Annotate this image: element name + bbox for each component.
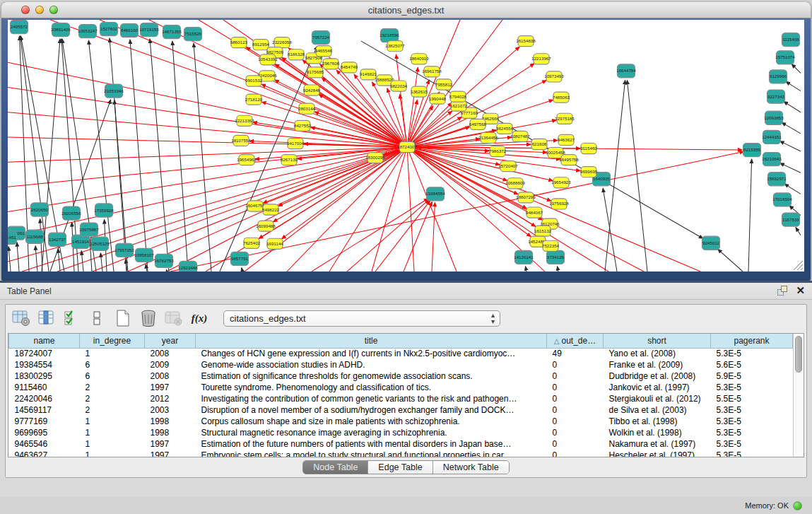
new-column-button[interactable]: [113, 308, 133, 328]
cited-node[interactable]: 12213363: [235, 115, 254, 126]
network-node[interactable]: 1342737: [49, 233, 66, 246]
citation-edge[interactable]: [261, 84, 407, 147]
close-panel-icon[interactable]: ✕: [796, 286, 805, 296]
table-row[interactable]: 1456911722003Disruption of a novel membe…: [9, 404, 793, 416]
cited-node[interactable]: 7986372: [489, 146, 507, 157]
network-node[interactable]: 20891406: [51, 23, 71, 37]
vertical-scrollbar[interactable]: [793, 334, 804, 457]
network-node[interactable]: 9857791: [231, 252, 249, 265]
network-node[interactable]: 12444151: [762, 130, 782, 144]
table-settings-button[interactable]: [11, 308, 31, 328]
network-node[interactable]: 15751074: [775, 51, 795, 64]
network-node[interactable]: 16210643: [762, 153, 782, 166]
cited-node[interactable]: 8427552: [294, 120, 312, 131]
delete-column-trash-button[interactable]: [139, 308, 158, 328]
network-node[interactable]: 9227343: [767, 90, 785, 103]
show-selected-rows-button[interactable]: [62, 308, 82, 328]
cited-node[interactable]: 19654963: [237, 155, 257, 165]
citation-edge[interactable]: [312, 199, 428, 271]
network-node[interactable]: 14671355: [162, 25, 182, 39]
cited-node[interactable]: 8454749: [341, 62, 358, 73]
column-header[interactable]: year: [145, 334, 196, 348]
citation-edge[interactable]: [347, 199, 429, 271]
network-edge[interactable]: [35, 246, 37, 271]
cited-node[interactable]: 6497568: [469, 119, 487, 129]
column-header[interactable]: △out_de…: [547, 334, 604, 348]
network-node[interactable]: 10719155: [139, 23, 159, 37]
citation-edge[interactable]: [8, 147, 407, 162]
cited-node[interactable]: 2803144: [298, 103, 316, 114]
network-node[interactable]: 1115688: [26, 230, 44, 243]
table-row[interactable]: 1830029562008Estimation of significance …: [9, 370, 793, 382]
column-header[interactable]: in_degree: [80, 334, 145, 348]
network-node[interactable]: 9734126: [547, 250, 565, 264]
cited-node[interactable]: 9115460: [580, 143, 597, 153]
cited-node[interactable]: 5498222: [262, 204, 280, 215]
network-node[interactable]: 1167533: [782, 213, 800, 226]
cited-node[interactable]: 7955812: [435, 79, 453, 90]
network-edge[interactable]: [8, 247, 11, 271]
cited-node[interactable]: 9175685: [307, 67, 324, 78]
network-canvas-area[interactable]: 2405572208914061065324715276028466160107…: [8, 20, 804, 271]
tab-node-table[interactable]: Node Table: [303, 461, 368, 474]
cited-node[interactable]: 12975185: [555, 113, 575, 124]
network-edge[interactable]: [166, 270, 167, 271]
cited-node[interactable]: 18300295: [365, 153, 385, 163]
cited-node[interactable]: 621608: [531, 139, 547, 149]
network-edge[interactable]: [146, 264, 147, 271]
network-node[interactable]: 12093853: [764, 111, 784, 124]
cited-node[interactable]: 1615132: [534, 226, 552, 236]
cited-node[interactable]: 8186328: [288, 49, 305, 60]
network-node[interactable]: 3911451: [8, 230, 17, 244]
network-edge[interactable]: [110, 38, 128, 271]
network-node[interactable]: 21053346: [104, 84, 124, 98]
column-header[interactable]: pagerank: [711, 334, 793, 348]
network-edge[interactable]: [81, 251, 83, 271]
cited-node[interactable]: 1362615: [411, 86, 428, 97]
network-edge[interactable]: [150, 39, 169, 271]
cited-node[interactable]: 2967608: [322, 59, 340, 69]
network-edge[interactable]: [780, 163, 801, 173]
network-node[interactable]: 12923448: [178, 261, 198, 271]
cited-node[interactable]: 19756928: [549, 199, 569, 209]
cited-node[interactable]: 9463627: [558, 134, 575, 145]
network-node[interactable]: 1115408: [782, 33, 800, 47]
network-edge[interactable]: [718, 249, 743, 271]
column-header[interactable]: title: [196, 334, 547, 348]
cited-node[interactable]: 9484067: [526, 207, 543, 218]
cited-node[interactable]: 7522354: [542, 240, 560, 251]
cited-node[interactable]: 13825077: [385, 41, 405, 52]
network-node[interactable]: 8466160: [121, 24, 139, 37]
table-row[interactable]: 1938455462009Genome-wide association stu…: [9, 359, 793, 370]
network-node[interactable]: 2405572: [11, 21, 28, 34]
table-row[interactable]: 946362711997Embryonic stem cells: a mode…: [9, 450, 793, 457]
network-node[interactable]: 2620650: [31, 203, 49, 216]
table-row[interactable]: 1872400712008Changes of HCN gene express…: [9, 348, 793, 359]
hub-node[interactable]: 18724007: [397, 141, 417, 152]
citation-edge[interactable]: [319, 95, 407, 147]
network-edge[interactable]: [603, 188, 617, 271]
network-node[interactable]: 9129966: [770, 70, 787, 83]
network-node[interactable]: 9245012: [702, 236, 720, 250]
cited-node[interactable]: 18107554: [231, 135, 251, 146]
network-edge[interactable]: [526, 267, 526, 271]
network-node[interactable]: 10975887: [79, 223, 99, 236]
cited-node[interactable]: 3624554: [496, 123, 514, 134]
table-row[interactable]: 911546021997Tourette syndrome. Phenomeno…: [9, 382, 793, 393]
network-edge[interactable]: [40, 219, 42, 271]
cited-node[interactable]: 23226058: [272, 37, 292, 48]
cited-node[interactable]: 10973493: [544, 71, 564, 82]
network-edge[interactable]: [748, 159, 752, 271]
citation-edge[interactable]: [253, 122, 407, 147]
network-node[interactable]: 1451914: [72, 235, 90, 248]
network-edge[interactable]: [780, 141, 801, 151]
table-select-dropdown[interactable]: citations_edges.txt ▴▾: [223, 310, 500, 327]
cited-node[interactable]: 16961758: [422, 66, 442, 77]
cited-node[interactable]: 1691144: [266, 238, 283, 249]
scrollbar-thumb[interactable]: [795, 336, 802, 373]
network-node[interactable]: 1527602: [100, 23, 118, 36]
network-edge[interactable]: [58, 249, 60, 271]
cited-node[interactable]: 2718120: [245, 94, 263, 105]
citation-edge[interactable]: [407, 147, 526, 209]
column-header[interactable]: name: [9, 334, 80, 348]
